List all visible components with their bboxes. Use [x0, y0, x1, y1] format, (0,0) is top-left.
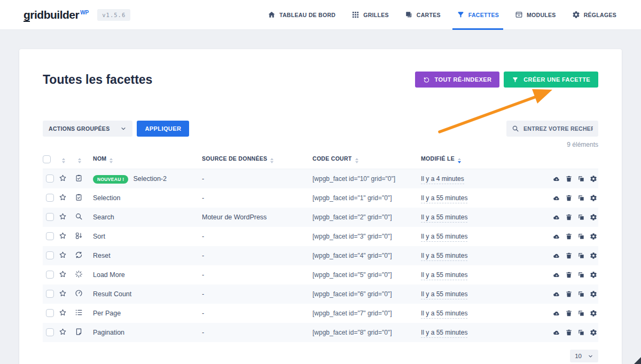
column-header-modifie-le[interactable]: MODIFIÉ LE	[421, 155, 455, 162]
duplicate-icon[interactable]	[577, 271, 585, 279]
facet-name-link[interactable]: Search	[93, 213, 114, 221]
shortcode-cell: [wpgb_facet id="5" grid="0"]	[312, 265, 421, 284]
export-cloud-icon[interactable]	[553, 213, 560, 221]
logo-rest: ridbuilder	[30, 9, 79, 21]
sort-type[interactable]	[78, 158, 81, 163]
corner-widget[interactable]	[634, 357, 641, 364]
export-cloud-icon[interactable]	[553, 233, 560, 240]
duplicate-icon[interactable]	[577, 175, 585, 183]
row-checkbox[interactable]	[46, 309, 54, 317]
modified-cell: Il y a 55 minutes	[421, 310, 467, 319]
search-input[interactable]	[523, 125, 593, 132]
reindex-all-button[interactable]: TOUT RÉ-INDEXER	[415, 72, 500, 88]
nav-item-facettes[interactable]: FACETTES	[457, 0, 499, 30]
favorite-star-icon[interactable]	[59, 232, 67, 240]
shortcode-cell: [wpgb_facet id="1" grid="0"]	[312, 188, 421, 208]
export-cloud-icon[interactable]	[553, 290, 560, 298]
favorite-star-icon[interactable]	[59, 289, 67, 297]
row-checkbox[interactable]	[46, 213, 54, 221]
nav-item-cartes[interactable]: CARTES	[405, 0, 441, 30]
facet-name-link[interactable]: Result Count	[93, 290, 131, 298]
settings-gear-icon[interactable]	[590, 194, 597, 202]
duplicate-icon[interactable]	[577, 252, 585, 259]
favorite-star-icon[interactable]	[59, 270, 67, 278]
row-checkbox[interactable]	[46, 271, 54, 279]
facet-name-link[interactable]: Load More	[93, 271, 125, 279]
settings-gear-icon[interactable]	[590, 175, 597, 183]
duplicate-icon[interactable]	[577, 290, 585, 298]
duplicate-icon[interactable]	[577, 213, 585, 221]
row-checkbox[interactable]	[46, 251, 54, 259]
duplicate-icon[interactable]	[577, 233, 585, 240]
duplicate-icon[interactable]	[577, 310, 585, 317]
column-header-code-court[interactable]: CODE COURT	[312, 155, 352, 162]
bulk-actions-select[interactable]: ACTIONS GROUPÉES	[43, 121, 132, 137]
export-cloud-icon[interactable]	[553, 252, 560, 259]
facet-name-link[interactable]: Per Page	[93, 310, 121, 317]
export-cloud-icon[interactable]	[553, 329, 560, 336]
export-cloud-icon[interactable]	[553, 310, 560, 317]
nav-item-modules[interactable]: MODULES	[515, 0, 556, 30]
spinner-icon	[75, 270, 83, 278]
sort-code[interactable]	[355, 158, 358, 163]
create-facet-button[interactable]: CRÉER UNE FACETTE	[504, 72, 598, 88]
export-cloud-icon[interactable]	[553, 175, 560, 183]
sort-nom[interactable]	[110, 158, 113, 163]
source-cell: -	[202, 188, 312, 208]
sort-modified[interactable]	[458, 158, 461, 163]
main-nav: TABLEAU DE BORD GRILLES CARTES FACETTES …	[268, 0, 616, 30]
delete-trash-icon[interactable]	[565, 233, 573, 240]
delete-trash-icon[interactable]	[565, 213, 573, 221]
apply-button[interactable]: APPLIQUER	[137, 121, 189, 137]
delete-trash-icon[interactable]	[565, 271, 573, 279]
row-checkbox[interactable]	[46, 290, 54, 298]
facet-name-link[interactable]: Pagination	[93, 329, 124, 336]
modules-icon	[515, 11, 523, 19]
sort-favorite[interactable]	[62, 158, 65, 163]
facet-name-link[interactable]: Selection	[93, 194, 120, 202]
gauge-icon	[75, 289, 83, 297]
row-checkbox[interactable]	[46, 175, 54, 183]
delete-trash-icon[interactable]	[565, 194, 573, 202]
duplicate-icon[interactable]	[577, 194, 585, 202]
select-all-checkbox[interactable]	[43, 155, 51, 163]
delete-trash-icon[interactable]	[565, 329, 573, 336]
row-checkbox[interactable]	[46, 232, 54, 240]
delete-trash-icon[interactable]	[565, 175, 573, 183]
delete-trash-icon[interactable]	[565, 310, 573, 317]
per-page-select[interactable]: 10	[570, 350, 598, 362]
favorite-star-icon[interactable]	[59, 251, 67, 259]
settings-gear-icon[interactable]	[590, 252, 597, 259]
favorite-star-icon[interactable]	[59, 212, 67, 220]
settings-gear-icon[interactable]	[590, 213, 597, 221]
export-cloud-icon[interactable]	[553, 271, 560, 279]
duplicate-icon[interactable]	[577, 329, 585, 336]
facet-name-link[interactable]: Reset	[93, 252, 111, 259]
facet-name-link[interactable]: Sort	[93, 233, 105, 240]
settings-gear-icon[interactable]	[590, 290, 597, 298]
settings-gear-icon[interactable]	[590, 271, 597, 279]
favorite-star-icon[interactable]	[59, 308, 67, 316]
row-checkbox[interactable]	[46, 328, 54, 336]
modified-cell: Il y a 55 minutes	[421, 271, 467, 280]
nav-item-grilles[interactable]: GRILLES	[351, 0, 389, 30]
nav-item-reglages[interactable]: RÉGLAGES	[572, 0, 616, 30]
table-row: NOUVEAU !Selection-2-[wpgb_facet id="10"…	[43, 169, 598, 188]
export-cloud-icon[interactable]	[553, 194, 560, 202]
app-logo[interactable]: gridbuilderWP	[24, 9, 89, 21]
shortcode-cell: [wpgb_facet id="4" grid="0"]	[312, 246, 421, 265]
favorite-star-icon[interactable]	[59, 193, 67, 201]
facet-name-link[interactable]: Selection-2	[133, 175, 167, 183]
favorite-star-icon[interactable]	[59, 174, 67, 182]
row-checkbox[interactable]	[46, 194, 54, 202]
delete-trash-icon[interactable]	[565, 252, 573, 259]
settings-gear-icon[interactable]	[590, 310, 597, 317]
settings-gear-icon[interactable]	[590, 233, 597, 240]
nav-item-tableau-de-bord[interactable]: TABLEAU DE BORD	[268, 0, 335, 30]
sort-source[interactable]	[270, 158, 273, 163]
favorite-star-icon[interactable]	[59, 328, 67, 336]
column-header-source[interactable]: SOURCE DE DONNÉES	[202, 155, 267, 162]
delete-trash-icon[interactable]	[565, 290, 573, 298]
column-header-nom[interactable]: NOM	[93, 155, 106, 162]
settings-gear-icon[interactable]	[590, 329, 597, 336]
